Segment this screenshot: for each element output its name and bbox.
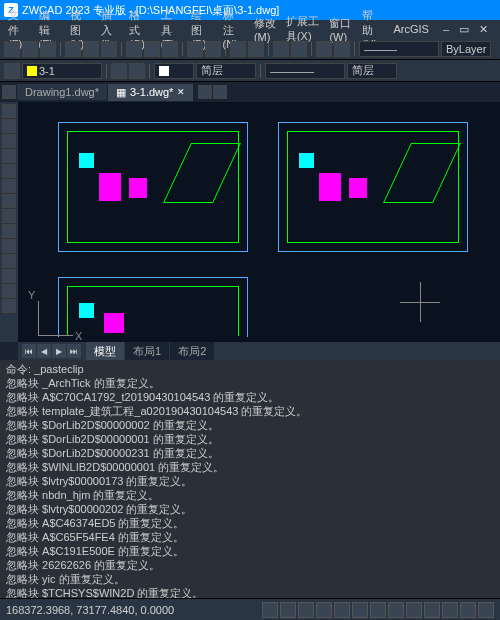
layer-icon[interactable] bbox=[4, 63, 20, 79]
tool-button[interactable] bbox=[334, 41, 350, 57]
toolbar-layers: 3-1 简层 ———— 简层 bbox=[0, 60, 500, 82]
layer-dd2-dropdown[interactable]: 简层 bbox=[347, 63, 397, 79]
drawing-block-3[interactable] bbox=[58, 277, 248, 337]
copy-tool-icon[interactable] bbox=[2, 269, 16, 283]
drawing-block-2[interactable] bbox=[278, 122, 468, 252]
dimension-tool-icon[interactable] bbox=[2, 239, 16, 253]
doc-tab-3-1[interactable]: ▦ 3-1.dwg* ✕ bbox=[108, 84, 193, 101]
rectangle-tool-icon[interactable] bbox=[2, 164, 16, 178]
close-icon[interactable]: ✕ bbox=[177, 87, 185, 97]
tool-button[interactable] bbox=[230, 41, 246, 57]
status-button[interactable] bbox=[460, 602, 476, 618]
color-dropdown[interactable] bbox=[154, 63, 194, 79]
separator bbox=[60, 42, 61, 56]
lineweight-dropdown[interactable]: ——— bbox=[359, 41, 439, 57]
snap-toggle-icon[interactable] bbox=[262, 602, 278, 618]
status-bar: 168372.3968, 73177.4840, 0.0000 bbox=[0, 598, 500, 620]
doc-tab-label: Drawing1.dwg* bbox=[25, 86, 99, 98]
polyline-tool-icon[interactable] bbox=[2, 119, 16, 133]
bylayer-dropdown[interactable]: ByLayer bbox=[441, 41, 491, 57]
tab-layout2[interactable]: 布局2 bbox=[170, 342, 214, 361]
menu-modify[interactable]: 修改(M) bbox=[250, 16, 280, 43]
print-button[interactable] bbox=[65, 41, 81, 57]
paste-button[interactable] bbox=[162, 41, 178, 57]
mdi-close-icon[interactable]: ✕ bbox=[475, 23, 492, 36]
room-block bbox=[99, 173, 121, 201]
menu-bar: 文件(F) 编辑(E) 视图(V) 插入(I) 格式(O) 工具(T) 绘图(D… bbox=[0, 20, 500, 38]
tool-button[interactable] bbox=[316, 41, 332, 57]
lwt-toggle-icon[interactable] bbox=[370, 602, 386, 618]
polar-toggle-icon[interactable] bbox=[316, 602, 332, 618]
status-button[interactable] bbox=[478, 602, 494, 618]
tab-prev-icon[interactable]: ◀ bbox=[37, 344, 51, 358]
osnap-toggle-icon[interactable] bbox=[334, 602, 350, 618]
cmd-output: 忽略块 $TCHSYS$WIN2D 的重复定义。 bbox=[6, 586, 494, 598]
tool-button[interactable] bbox=[111, 63, 127, 79]
ucs-y-label: Y bbox=[28, 289, 35, 301]
tab-new-icon[interactable] bbox=[213, 85, 227, 99]
circle-tool-icon[interactable] bbox=[2, 134, 16, 148]
pan-button[interactable] bbox=[205, 41, 221, 57]
ortho-toggle-icon[interactable] bbox=[298, 602, 314, 618]
mdi-max-icon[interactable]: ▭ bbox=[455, 23, 473, 36]
separator bbox=[311, 42, 312, 56]
cmd-output: 忽略块 $lvtry$00000202 的重复定义。 bbox=[6, 502, 494, 516]
otrack-toggle-icon[interactable] bbox=[352, 602, 368, 618]
tool-button[interactable] bbox=[129, 63, 145, 79]
tool-button[interactable] bbox=[248, 41, 264, 57]
text-tool-icon[interactable] bbox=[2, 224, 16, 238]
drawing-viewport[interactable]: Y X bbox=[18, 102, 500, 342]
layer-filter-dropdown[interactable]: 简层 bbox=[196, 63, 256, 79]
open-button[interactable] bbox=[22, 41, 38, 57]
zoom-button[interactable] bbox=[187, 41, 203, 57]
tab-layout1[interactable]: 布局1 bbox=[125, 342, 169, 361]
tab-model[interactable]: 模型 bbox=[86, 342, 124, 361]
menu-ext[interactable]: 扩展工具(X) bbox=[282, 14, 324, 44]
doc-tab-drawing1[interactable]: Drawing1.dwg* bbox=[17, 84, 107, 100]
tab-next-icon[interactable]: ▶ bbox=[52, 344, 66, 358]
mdi-min-icon[interactable]: – bbox=[439, 23, 453, 36]
current-layer-dropdown[interactable]: 3-1 bbox=[22, 63, 102, 79]
cmd-output: 忽略块 $DorLib2D$00000231 的重复定义。 bbox=[6, 446, 494, 460]
status-button[interactable] bbox=[442, 602, 458, 618]
tab-list-icon[interactable] bbox=[198, 85, 212, 99]
hatch-tool-icon[interactable] bbox=[2, 209, 16, 223]
scale-tool-icon[interactable] bbox=[2, 299, 16, 313]
coordinates-display: 168372.3968, 73177.4840, 0.0000 bbox=[6, 604, 174, 616]
copy-button[interactable] bbox=[144, 41, 160, 57]
model-toggle-icon[interactable] bbox=[406, 602, 422, 618]
redo-button[interactable] bbox=[101, 41, 117, 57]
rotate-tool-icon[interactable] bbox=[2, 284, 16, 298]
tab-home-icon[interactable] bbox=[2, 85, 16, 99]
doc-tab-label: 3-1.dwg* bbox=[130, 86, 173, 98]
tool-button[interactable] bbox=[291, 41, 307, 57]
polygon-tool-icon[interactable] bbox=[2, 179, 16, 193]
grid-toggle-icon[interactable] bbox=[280, 602, 296, 618]
doc-icon: ▦ bbox=[116, 86, 126, 99]
separator bbox=[149, 64, 150, 78]
toolbar-standard: ——— ByLayer bbox=[0, 38, 500, 60]
drawing-block-1[interactable] bbox=[58, 122, 248, 252]
tab-first-icon[interactable]: ⏮ bbox=[22, 344, 36, 358]
command-window[interactable]: 命令: _pasteclip 忽略块 _ArchTick 的重复定义。 忽略块 … bbox=[0, 360, 500, 598]
separator bbox=[354, 42, 355, 56]
undo-button[interactable] bbox=[83, 41, 99, 57]
tab-last-icon[interactable]: ⏭ bbox=[67, 344, 81, 358]
move-tool-icon[interactable] bbox=[2, 254, 16, 268]
separator bbox=[106, 64, 107, 78]
tool-button[interactable] bbox=[273, 41, 289, 57]
cmd-output: 忽略块 $DorLib2D$00000001 的重复定义。 bbox=[6, 432, 494, 446]
save-button[interactable] bbox=[40, 41, 56, 57]
cut-button[interactable] bbox=[126, 41, 142, 57]
new-button[interactable] bbox=[4, 41, 20, 57]
ellipse-tool-icon[interactable] bbox=[2, 194, 16, 208]
separator bbox=[225, 42, 226, 56]
status-button[interactable] bbox=[424, 602, 440, 618]
line-tool-icon[interactable] bbox=[2, 104, 16, 118]
linetype-dropdown[interactable]: ———— bbox=[265, 63, 345, 79]
cmd-output: 忽略块 A$C46374ED5 的重复定义。 bbox=[6, 516, 494, 530]
dyn-toggle-icon[interactable] bbox=[388, 602, 404, 618]
arc-tool-icon[interactable] bbox=[2, 149, 16, 163]
menu-arcgis[interactable]: ArcGIS bbox=[389, 23, 432, 35]
menu-window[interactable]: 窗口(W) bbox=[325, 16, 356, 43]
